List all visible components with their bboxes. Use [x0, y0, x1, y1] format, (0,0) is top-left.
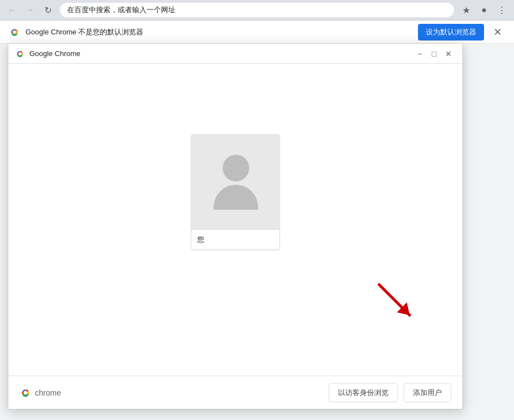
close-button[interactable]: ✕ [441, 47, 456, 61]
dialog-title: Google Chrome [29, 49, 412, 58]
profile-name-area: 您 [192, 229, 279, 249]
profile-name: 您 [197, 235, 204, 244]
profile-card[interactable]: 您 [191, 134, 280, 250]
dialog-window: Google Chrome − □ ✕ 您 [8, 43, 463, 409]
avatar-person [214, 155, 258, 210]
svg-point-13 [24, 391, 28, 394]
bookmark-button[interactable]: ★ [458, 2, 474, 18]
footer-buttons: 以访客身份浏览 添加用户 [329, 383, 451, 402]
chrome-brand-logo [19, 387, 32, 399]
browser-chrome: ← → ↻ 在百度中搜索，或者输入一个网址 ★ ● ⋮ [0, 0, 514, 21]
avatar-body [214, 185, 258, 210]
reload-button[interactable]: ↻ [40, 2, 56, 18]
forward-button[interactable]: → [22, 2, 38, 18]
maximize-button[interactable]: □ [427, 47, 441, 61]
chrome-brand: chrome [19, 387, 61, 399]
dialog-chrome-logo [15, 49, 25, 59]
minimize-button[interactable]: − [412, 47, 427, 61]
svg-point-7 [18, 52, 21, 55]
profile-button[interactable]: ● [476, 2, 492, 18]
svg-point-3 [13, 31, 16, 34]
notification-text: Google Chrome 不是您的默认浏览器 [26, 27, 412, 37]
close-notification-button[interactable]: ✕ [490, 24, 505, 40]
address-text: 在百度中搜索，或者输入一个网址 [67, 5, 175, 15]
guest-browse-button[interactable]: 以访客身份浏览 [329, 383, 398, 402]
back-button[interactable]: ← [4, 2, 20, 18]
dialog-content: 您 [8, 64, 462, 376]
dialog-footer: chrome 以访客身份浏览 添加用户 [8, 376, 462, 409]
set-default-button[interactable]: 设为默认浏览器 [418, 24, 484, 41]
menu-button[interactable]: ⋮ [494, 2, 510, 18]
red-arrow-icon [374, 279, 418, 323]
chrome-logo-notification [9, 27, 20, 38]
brand-text: chrome [35, 388, 61, 397]
address-bar[interactable]: 在百度中搜索，或者输入一个网址 [60, 3, 454, 17]
nav-bar: ← → ↻ 在百度中搜索，或者输入一个网址 ★ ● ⋮ [0, 0, 514, 20]
dialog-titlebar: Google Chrome − □ ✕ [8, 44, 462, 64]
arrow-indicator [374, 279, 418, 326]
profile-avatar-area [192, 135, 280, 229]
avatar-head [223, 155, 249, 181]
notification-bar: Google Chrome 不是您的默认浏览器 设为默认浏览器 ✕ [0, 21, 514, 44]
add-user-button[interactable]: 添加用户 [404, 383, 451, 402]
